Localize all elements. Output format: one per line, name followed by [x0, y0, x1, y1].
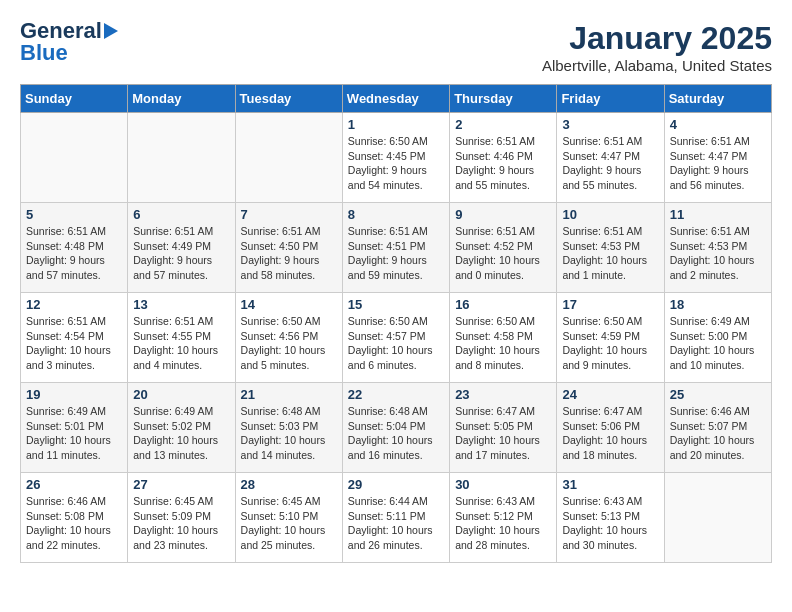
calendar-cell: 8Sunrise: 6:51 AMSunset: 4:51 PMDaylight…	[342, 203, 449, 293]
day-info: Sunrise: 6:49 AMSunset: 5:01 PMDaylight:…	[26, 404, 122, 463]
weekday-friday: Friday	[557, 85, 664, 113]
day-number: 17	[562, 297, 658, 312]
day-number: 27	[133, 477, 229, 492]
day-number: 13	[133, 297, 229, 312]
month-title: January 2025	[542, 20, 772, 57]
day-info: Sunrise: 6:50 AMSunset: 4:59 PMDaylight:…	[562, 314, 658, 373]
day-info: Sunrise: 6:51 AMSunset: 4:49 PMDaylight:…	[133, 224, 229, 283]
weekday-saturday: Saturday	[664, 85, 771, 113]
calendar-cell: 14Sunrise: 6:50 AMSunset: 4:56 PMDayligh…	[235, 293, 342, 383]
calendar-cell	[21, 113, 128, 203]
day-number: 16	[455, 297, 551, 312]
day-info: Sunrise: 6:49 AMSunset: 5:02 PMDaylight:…	[133, 404, 229, 463]
day-info: Sunrise: 6:51 AMSunset: 4:55 PMDaylight:…	[133, 314, 229, 373]
calendar-cell	[235, 113, 342, 203]
weekday-header-row: SundayMondayTuesdayWednesdayThursdayFrid…	[21, 85, 772, 113]
weekday-sunday: Sunday	[21, 85, 128, 113]
day-info: Sunrise: 6:45 AMSunset: 5:10 PMDaylight:…	[241, 494, 337, 553]
weekday-wednesday: Wednesday	[342, 85, 449, 113]
week-row-1: 1Sunrise: 6:50 AMSunset: 4:45 PMDaylight…	[21, 113, 772, 203]
calendar-cell: 7Sunrise: 6:51 AMSunset: 4:50 PMDaylight…	[235, 203, 342, 293]
day-number: 12	[26, 297, 122, 312]
day-info: Sunrise: 6:51 AMSunset: 4:47 PMDaylight:…	[562, 134, 658, 193]
day-number: 9	[455, 207, 551, 222]
day-number: 8	[348, 207, 444, 222]
calendar-cell: 24Sunrise: 6:47 AMSunset: 5:06 PMDayligh…	[557, 383, 664, 473]
day-info: Sunrise: 6:50 AMSunset: 4:58 PMDaylight:…	[455, 314, 551, 373]
day-info: Sunrise: 6:51 AMSunset: 4:53 PMDaylight:…	[670, 224, 766, 283]
day-number: 3	[562, 117, 658, 132]
calendar-cell: 12Sunrise: 6:51 AMSunset: 4:54 PMDayligh…	[21, 293, 128, 383]
day-info: Sunrise: 6:48 AMSunset: 5:03 PMDaylight:…	[241, 404, 337, 463]
calendar-cell: 16Sunrise: 6:50 AMSunset: 4:58 PMDayligh…	[450, 293, 557, 383]
day-info: Sunrise: 6:51 AMSunset: 4:48 PMDaylight:…	[26, 224, 122, 283]
day-number: 5	[26, 207, 122, 222]
week-row-3: 12Sunrise: 6:51 AMSunset: 4:54 PMDayligh…	[21, 293, 772, 383]
day-number: 11	[670, 207, 766, 222]
page-header: General Blue January 2025 Albertville, A…	[20, 20, 772, 74]
day-info: Sunrise: 6:51 AMSunset: 4:52 PMDaylight:…	[455, 224, 551, 283]
calendar-cell: 9Sunrise: 6:51 AMSunset: 4:52 PMDaylight…	[450, 203, 557, 293]
day-info: Sunrise: 6:50 AMSunset: 4:56 PMDaylight:…	[241, 314, 337, 373]
day-number: 18	[670, 297, 766, 312]
calendar-cell: 17Sunrise: 6:50 AMSunset: 4:59 PMDayligh…	[557, 293, 664, 383]
day-info: Sunrise: 6:51 AMSunset: 4:53 PMDaylight:…	[562, 224, 658, 283]
day-info: Sunrise: 6:48 AMSunset: 5:04 PMDaylight:…	[348, 404, 444, 463]
calendar-cell: 18Sunrise: 6:49 AMSunset: 5:00 PMDayligh…	[664, 293, 771, 383]
calendar-cell: 3Sunrise: 6:51 AMSunset: 4:47 PMDaylight…	[557, 113, 664, 203]
week-row-4: 19Sunrise: 6:49 AMSunset: 5:01 PMDayligh…	[21, 383, 772, 473]
day-info: Sunrise: 6:46 AMSunset: 5:07 PMDaylight:…	[670, 404, 766, 463]
logo-general: General	[20, 20, 102, 42]
day-number: 7	[241, 207, 337, 222]
calendar-cell: 29Sunrise: 6:44 AMSunset: 5:11 PMDayligh…	[342, 473, 449, 563]
day-number: 31	[562, 477, 658, 492]
day-number: 22	[348, 387, 444, 402]
logo: General Blue	[20, 20, 118, 64]
calendar-cell: 27Sunrise: 6:45 AMSunset: 5:09 PMDayligh…	[128, 473, 235, 563]
day-info: Sunrise: 6:46 AMSunset: 5:08 PMDaylight:…	[26, 494, 122, 553]
day-info: Sunrise: 6:47 AMSunset: 5:05 PMDaylight:…	[455, 404, 551, 463]
day-number: 1	[348, 117, 444, 132]
day-number: 29	[348, 477, 444, 492]
day-number: 20	[133, 387, 229, 402]
logo-blue: Blue	[20, 42, 68, 64]
calendar-cell: 31Sunrise: 6:43 AMSunset: 5:13 PMDayligh…	[557, 473, 664, 563]
day-number: 24	[562, 387, 658, 402]
calendar-cell	[664, 473, 771, 563]
location-subtitle: Albertville, Alabama, United States	[542, 57, 772, 74]
calendar-cell: 23Sunrise: 6:47 AMSunset: 5:05 PMDayligh…	[450, 383, 557, 473]
day-number: 10	[562, 207, 658, 222]
day-number: 15	[348, 297, 444, 312]
title-block: January 2025 Albertville, Alabama, Unite…	[542, 20, 772, 74]
week-row-5: 26Sunrise: 6:46 AMSunset: 5:08 PMDayligh…	[21, 473, 772, 563]
day-number: 14	[241, 297, 337, 312]
day-info: Sunrise: 6:51 AMSunset: 4:46 PMDaylight:…	[455, 134, 551, 193]
day-info: Sunrise: 6:51 AMSunset: 4:50 PMDaylight:…	[241, 224, 337, 283]
day-info: Sunrise: 6:50 AMSunset: 4:45 PMDaylight:…	[348, 134, 444, 193]
day-info: Sunrise: 6:47 AMSunset: 5:06 PMDaylight:…	[562, 404, 658, 463]
calendar-cell: 10Sunrise: 6:51 AMSunset: 4:53 PMDayligh…	[557, 203, 664, 293]
weekday-monday: Monday	[128, 85, 235, 113]
weekday-tuesday: Tuesday	[235, 85, 342, 113]
calendar-cell: 25Sunrise: 6:46 AMSunset: 5:07 PMDayligh…	[664, 383, 771, 473]
day-number: 21	[241, 387, 337, 402]
day-number: 23	[455, 387, 551, 402]
day-info: Sunrise: 6:43 AMSunset: 5:12 PMDaylight:…	[455, 494, 551, 553]
day-info: Sunrise: 6:50 AMSunset: 4:57 PMDaylight:…	[348, 314, 444, 373]
day-number: 28	[241, 477, 337, 492]
calendar-cell: 15Sunrise: 6:50 AMSunset: 4:57 PMDayligh…	[342, 293, 449, 383]
calendar-cell: 4Sunrise: 6:51 AMSunset: 4:47 PMDaylight…	[664, 113, 771, 203]
calendar-cell: 28Sunrise: 6:45 AMSunset: 5:10 PMDayligh…	[235, 473, 342, 563]
calendar-cell: 22Sunrise: 6:48 AMSunset: 5:04 PMDayligh…	[342, 383, 449, 473]
day-info: Sunrise: 6:51 AMSunset: 4:51 PMDaylight:…	[348, 224, 444, 283]
day-number: 25	[670, 387, 766, 402]
day-number: 26	[26, 477, 122, 492]
day-number: 2	[455, 117, 551, 132]
calendar-body: 1Sunrise: 6:50 AMSunset: 4:45 PMDaylight…	[21, 113, 772, 563]
calendar-cell: 13Sunrise: 6:51 AMSunset: 4:55 PMDayligh…	[128, 293, 235, 383]
calendar-cell: 19Sunrise: 6:49 AMSunset: 5:01 PMDayligh…	[21, 383, 128, 473]
calendar-cell: 1Sunrise: 6:50 AMSunset: 4:45 PMDaylight…	[342, 113, 449, 203]
week-row-2: 5Sunrise: 6:51 AMSunset: 4:48 PMDaylight…	[21, 203, 772, 293]
calendar-cell	[128, 113, 235, 203]
calendar-cell: 26Sunrise: 6:46 AMSunset: 5:08 PMDayligh…	[21, 473, 128, 563]
